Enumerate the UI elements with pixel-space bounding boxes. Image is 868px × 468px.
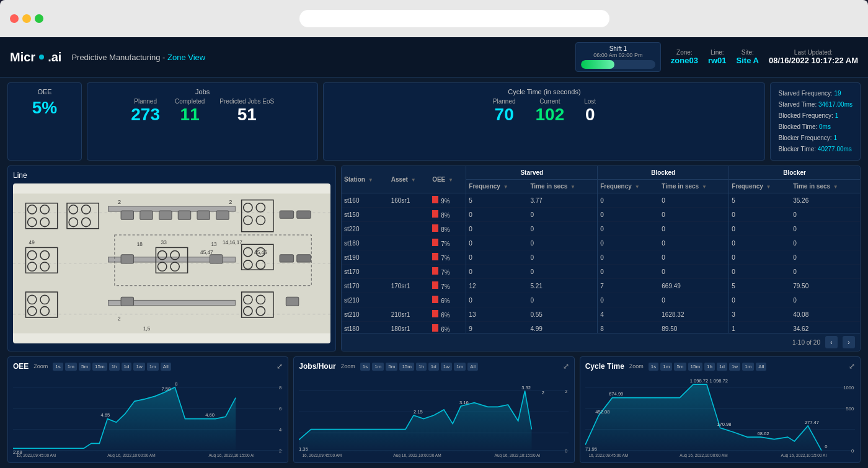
col-s-time[interactable]: Time in secs ▼	[528, 180, 597, 193]
col-b-time[interactable]: Time in secs ▼	[659, 180, 728, 193]
dot-green[interactable]	[35, 14, 43, 23]
svg-rect-64	[197, 211, 210, 219]
jobs-chart-header: Jobs/Hour Zoom 1s 1m 5m 15m 1h 1d 1w 1m …	[299, 362, 569, 371]
cell-b-time: 0	[659, 293, 728, 307]
cycle-zoom-1m[interactable]: 1m	[660, 363, 672, 371]
table-wrapper[interactable]: Station ▼ Asset ▼ OEE ▼ Starved Blocked …	[342, 166, 860, 333]
svg-text:2: 2	[118, 199, 121, 205]
cell-oee: 8%	[430, 208, 466, 222]
chart-row: OEE Zoom 1s 1m 5m 15m 1h 1d 1w 1m All ⤢	[0, 356, 868, 468]
cell-s-freq: 13	[466, 307, 528, 322]
oee-zoom-1h[interactable]: 1h	[109, 363, 120, 371]
oee-zoom-1s[interactable]: 1s	[53, 363, 63, 371]
cycle-zoom-1d[interactable]: 1d	[717, 363, 727, 371]
col-asset[interactable]: Asset ▼	[389, 166, 430, 193]
next-page-button[interactable]: ›	[843, 336, 855, 348]
blocker-time-row: Blocker Time: 40277.00ms	[778, 144, 852, 155]
cell-b-freq: 0	[598, 265, 660, 279]
jobs-chart-svg: 2 0 1.35 2.15 3.16 3.32 2 16, 2022,09:45…	[299, 373, 569, 457]
cycle-zoom-1w[interactable]: 1w	[729, 363, 740, 371]
cell-br-time: 34.62	[790, 322, 860, 333]
cell-br-freq: 5	[729, 279, 791, 293]
svg-text:2: 2	[279, 448, 281, 454]
cell-br-freq: 3	[729, 307, 791, 322]
cell-asset: 170sr1	[389, 279, 430, 293]
shift-progress-fill	[581, 60, 614, 69]
current-cycle: Current 102	[536, 98, 565, 125]
cycle-card: Cycle Time (in seconds) Planned 70 Curre…	[323, 82, 765, 161]
cell-station: st170	[342, 265, 389, 279]
oee-zoom-1d[interactable]: 1d	[122, 363, 132, 371]
line-label: Line:	[711, 49, 724, 56]
prev-page-button[interactable]: ‹	[825, 336, 838, 348]
cell-asset	[389, 265, 430, 279]
svg-text:452.08: 452.08	[595, 408, 609, 414]
col-br-time[interactable]: Time in secs ▼	[790, 180, 860, 193]
col-oee[interactable]: OEE ▼	[430, 166, 466, 193]
predicted-value: 51	[237, 105, 257, 125]
oee-bar-icon	[432, 310, 438, 317]
cell-br-freq: 0	[729, 265, 791, 279]
planned-cycle: Planned 70	[493, 98, 516, 125]
browser-address-bar[interactable]	[299, 10, 609, 27]
cell-br-time: 79.50	[790, 279, 860, 293]
logo-dot	[39, 55, 44, 60]
oee-zoom-5m[interactable]: 5m	[79, 363, 91, 371]
cell-br-freq: 0	[729, 208, 791, 222]
jobs-expand-icon[interactable]: ⤢	[563, 362, 569, 371]
site-info: Site: Site A	[737, 49, 759, 65]
jobs-zoom-1m[interactable]: 1m	[372, 363, 384, 371]
oee-zoom-1m[interactable]: 1m	[65, 363, 77, 371]
table-body: st160 160sr1 9% 5 3.77 0 0 5 35.26 st150…	[342, 193, 860, 333]
jobs-zoom-all[interactable]: All	[467, 363, 478, 371]
cycle-zoom-all[interactable]: All	[756, 363, 766, 371]
svg-text:0: 0	[851, 448, 854, 454]
cell-s-time: 0	[528, 293, 597, 307]
jobs-zoom-1mo[interactable]: 1m	[454, 363, 466, 371]
cycle-zoom-1h[interactable]: 1h	[704, 363, 715, 371]
oee-zoom-1w[interactable]: 1w	[133, 363, 144, 371]
app-header: Micr.ai Predictive Manufacturing - Zone …	[0, 37, 868, 77]
col-b-freq[interactable]: Frequency ▼	[598, 180, 660, 193]
jobs-zoom-1d[interactable]: 1d	[428, 363, 439, 371]
jobs-chart-area: 2 0 1.35 2.15 3.16 3.32 2 16, 2022,09:45…	[299, 373, 569, 457]
blocked-time-value: 0ms	[819, 123, 831, 130]
svg-text:14,16,17: 14,16,17	[223, 240, 242, 245]
cell-oee: 6%	[430, 293, 466, 307]
oee-zoom-all[interactable]: All	[161, 363, 171, 371]
cycle-zoom-5m[interactable]: 5m	[674, 363, 686, 371]
line-value: rw01	[708, 56, 727, 65]
blocker-freq-value: 1	[833, 135, 837, 141]
dot-yellow[interactable]	[22, 14, 31, 23]
oee-chart-area: 8 6 4 2 2.68 4.65 7.58 8 4.60 16,	[13, 373, 283, 457]
cycle-zoom-1s[interactable]: 1s	[649, 363, 658, 371]
svg-text:1.35: 1.35	[299, 446, 308, 452]
oee-expand-icon[interactable]: ⤢	[277, 362, 283, 371]
oee-bar-icon	[432, 324, 438, 332]
predicted-jobs: Predicted Jobs EoS 51	[219, 98, 274, 125]
oee-zoom-15m[interactable]: 15m	[92, 363, 107, 371]
svg-text:49: 49	[29, 240, 35, 245]
jobs-zoom-5m[interactable]: 5m	[386, 363, 397, 371]
starved-freq-value: 19	[835, 90, 841, 97]
cell-asset	[389, 250, 430, 265]
jobs-zoom-1h[interactable]: 1h	[416, 363, 427, 371]
cell-br-time: 0	[790, 222, 860, 236]
col-br-freq[interactable]: Frequency ▼	[729, 180, 791, 193]
oee-zoom-1mo[interactable]: 1m	[147, 363, 159, 371]
dot-red[interactable]	[10, 14, 19, 23]
jobs-zoom-1w[interactable]: 1w	[441, 363, 452, 371]
jobs-card: Jobs Planned 273 Completed 11 Predicted …	[87, 82, 318, 161]
svg-text:500: 500	[846, 406, 854, 412]
cycle-zoom-15m[interactable]: 15m	[688, 363, 703, 371]
cell-b-time: 0	[659, 265, 728, 279]
col-station[interactable]: Station ▼	[342, 166, 389, 193]
jobs-zoom-1s[interactable]: 1s	[360, 363, 370, 371]
svg-text:Aug 16, 2022,10:00:00 AM: Aug 16, 2022,10:00:00 AM	[107, 453, 155, 457]
cycle-zoom-1mo[interactable]: 1m	[742, 363, 754, 371]
col-s-freq[interactable]: Frequency ▼	[466, 180, 528, 193]
cell-station: st180	[342, 236, 389, 250]
cell-br-freq: 0	[729, 293, 791, 307]
jobs-zoom-15m[interactable]: 15m	[399, 363, 414, 371]
cycle-expand-icon[interactable]: ⤢	[849, 362, 855, 371]
